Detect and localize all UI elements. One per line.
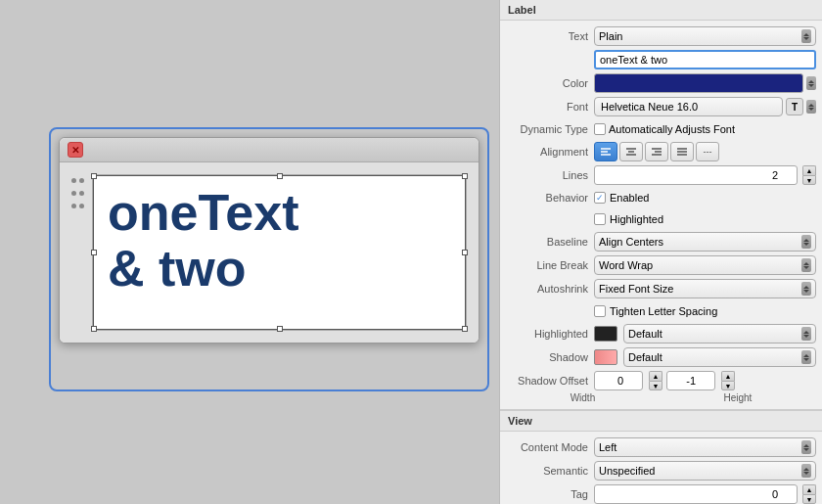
window-titlebar: ✕ xyxy=(60,138,479,162)
dynamic-type-label: Dynamic Type xyxy=(506,123,594,135)
dot-group-2 xyxy=(71,191,84,196)
line-break-select[interactable]: Word Wrap xyxy=(594,255,816,275)
enabled-checkbox[interactable] xyxy=(594,192,606,204)
shadow-height-increment[interactable]: ▲ xyxy=(721,371,735,381)
shadow-height-decrement[interactable]: ▼ xyxy=(721,381,735,390)
section-label-header: Label xyxy=(500,0,822,21)
align-center-button[interactable] xyxy=(619,142,643,161)
color-label: Color xyxy=(506,77,594,89)
dot xyxy=(79,204,84,208)
content-mode-arrow xyxy=(801,440,811,454)
close-button[interactable]: ✕ xyxy=(68,142,83,158)
font-stepper[interactable] xyxy=(806,100,816,114)
alignment-buttons: --- xyxy=(594,142,719,161)
shadow-height-input[interactable] xyxy=(666,371,715,390)
highlighted-color-swatch[interactable] xyxy=(594,326,617,342)
autoshrink-row: Autoshrink Fixed Font Size xyxy=(500,277,822,300)
shadow-width-input[interactable] xyxy=(594,371,643,390)
autoshrink-select[interactable]: Fixed Font Size xyxy=(594,279,816,298)
autoshrink-value: Fixed Font Size xyxy=(599,283,673,295)
handle-mid-left[interactable] xyxy=(91,250,97,255)
handle-top-left[interactable] xyxy=(91,173,97,179)
shadow-down xyxy=(803,358,809,361)
shadow-row: Shadow Default xyxy=(500,345,822,369)
select-arrow-icon xyxy=(801,29,811,43)
tag-input[interactable] xyxy=(594,484,798,504)
lines-label: Lines xyxy=(506,169,594,181)
tag-row: Tag ▲ ▼ xyxy=(500,482,822,504)
behavior-label: Behavior xyxy=(506,192,594,204)
baseline-control: Align Centers xyxy=(594,232,816,252)
shadow-width-increment[interactable]: ▲ xyxy=(649,371,662,381)
line-break-control: Word Wrap xyxy=(594,255,816,275)
shadow-width-stepper: ▲ ▼ xyxy=(649,371,662,390)
highlighted-color-value: Default xyxy=(628,328,662,340)
dynamic-type-control: Automatically Adjusts Font xyxy=(594,123,816,135)
content-mode-up xyxy=(803,444,809,447)
color-row: Color xyxy=(500,71,822,95)
dot xyxy=(79,178,84,183)
tighten-checkbox[interactable] xyxy=(594,305,606,317)
handle-top-right[interactable] xyxy=(462,173,468,179)
handle-bottom-mid[interactable] xyxy=(277,326,283,332)
label-canvas[interactable]: oneText & two xyxy=(92,174,467,331)
highlighted-behavior-control: Highlighted xyxy=(594,213,816,225)
font-t-button[interactable]: T xyxy=(786,98,803,115)
font-field[interactable]: Helvetica Neue 16.0 xyxy=(594,97,783,116)
sidebar-dots xyxy=(68,170,88,335)
dot-group-3 xyxy=(71,204,84,208)
font-value: Helvetica Neue 16.0 xyxy=(601,101,698,113)
font-up-icon xyxy=(808,104,814,107)
highlighted-color-control: Default xyxy=(594,324,816,344)
shadow-color-swatch[interactable] xyxy=(594,349,617,365)
align-left-button[interactable] xyxy=(594,142,617,161)
alignment-label: Alignment xyxy=(506,146,594,158)
highlighted-checkbox[interactable] xyxy=(594,213,606,225)
baseline-down-icon xyxy=(803,243,809,246)
handle-bottom-right[interactable] xyxy=(462,326,468,332)
shadow-select[interactable]: Default xyxy=(623,347,816,367)
dot xyxy=(71,178,76,183)
line-break-up-icon xyxy=(803,262,809,265)
autoshrink-label: Autoshrink xyxy=(506,283,594,295)
tag-control: ▲ ▼ xyxy=(594,484,816,504)
highlighted-color-select[interactable]: Default xyxy=(623,324,816,344)
align-justify-button[interactable] xyxy=(670,142,694,161)
view-properties-form: Content Mode Left Semantic Unspecified xyxy=(500,432,822,504)
lines-decrement[interactable]: ▼ xyxy=(802,175,816,185)
text-input-field[interactable] xyxy=(594,50,816,69)
autoshrink-arrow-icon xyxy=(801,282,811,296)
baseline-select[interactable]: Align Centers xyxy=(594,232,816,252)
align-dashes-button[interactable]: --- xyxy=(696,142,719,161)
enabled-checkbox-row: Enabled xyxy=(594,192,649,204)
lines-input[interactable] xyxy=(594,165,798,185)
semantic-row: Semantic Unspecified xyxy=(500,459,822,482)
shadow-width-decrement[interactable]: ▼ xyxy=(649,381,662,390)
content-mode-select[interactable]: Left xyxy=(594,437,816,457)
color-stepper[interactable] xyxy=(806,76,816,90)
align-right-button[interactable] xyxy=(645,142,668,161)
text-field-label: Text xyxy=(506,30,594,42)
handle-top-mid[interactable] xyxy=(277,173,283,179)
autoshrink-control: Fixed Font Size xyxy=(594,279,816,298)
line-break-row: Line Break Word Wrap xyxy=(500,253,822,277)
text-type-select[interactable]: Plain xyxy=(594,26,816,46)
handle-bottom-left[interactable] xyxy=(91,326,97,332)
shadow-arrow xyxy=(801,350,811,364)
dot-group-1 xyxy=(71,178,84,183)
align-left-icon xyxy=(600,147,612,157)
lines-stepper: ▲ ▼ xyxy=(802,165,816,185)
text-control: Plain xyxy=(594,26,816,46)
shadow-control: Default xyxy=(594,347,816,367)
arrow-up-icon xyxy=(803,33,809,36)
lines-row: Lines ▲ ▼ xyxy=(500,163,822,187)
dynamic-type-checkbox[interactable] xyxy=(594,123,606,135)
text-row: Text Plain xyxy=(500,24,822,48)
color-swatch[interactable] xyxy=(594,73,803,93)
handle-mid-right[interactable] xyxy=(462,250,468,255)
semantic-select[interactable]: Unspecified xyxy=(594,461,816,481)
shadow-value: Default xyxy=(628,351,662,363)
lines-increment[interactable]: ▲ xyxy=(802,165,816,175)
tag-decrement[interactable]: ▼ xyxy=(802,494,816,504)
tag-increment[interactable]: ▲ xyxy=(802,484,816,494)
